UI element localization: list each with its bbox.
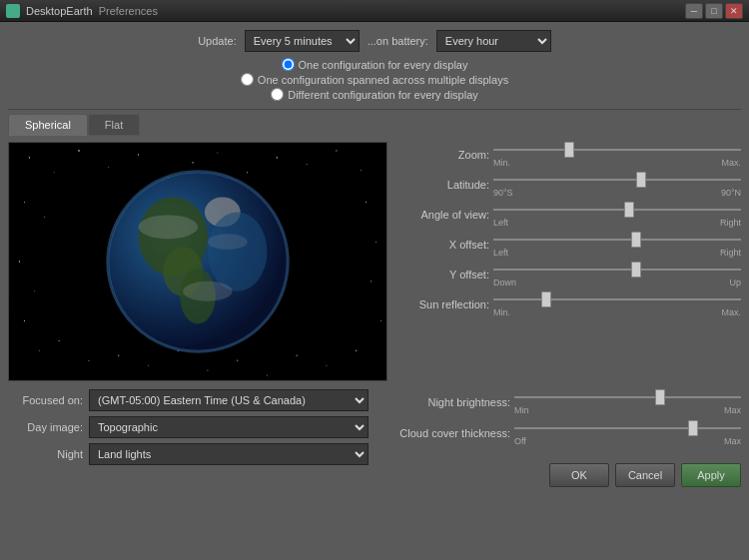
- apply-button[interactable]: Apply: [681, 463, 741, 487]
- svg-point-18: [24, 320, 25, 321]
- button-row: OK Cancel Apply: [380, 457, 741, 487]
- svg-point-16: [19, 261, 20, 262]
- day-image-row: Day image: Topographic Satellite Politic…: [8, 416, 369, 438]
- cloud-cover-slider[interactable]: [514, 420, 741, 436]
- yoffset-slider[interactable]: [493, 262, 741, 278]
- radio-one-config[interactable]: [282, 58, 295, 71]
- svg-point-34: [356, 350, 357, 351]
- zoom-slider[interactable]: [493, 142, 741, 158]
- svg-point-26: [118, 355, 119, 356]
- xoffset-label: X offset:: [399, 239, 489, 251]
- svg-point-17: [34, 290, 35, 291]
- night-row: Night Land lights None Dark: [8, 443, 369, 465]
- tabs: Spherical Flat: [8, 114, 741, 136]
- svg-point-12: [336, 150, 337, 151]
- battery-label: ...on battery:: [368, 35, 428, 47]
- zoom-slider-container: Min. Max.: [493, 142, 741, 168]
- latitude-row: Latitude: 90°S 90°N: [399, 172, 741, 198]
- radio-label-2: One configuration spanned across multipl…: [258, 74, 508, 86]
- latitude-slider[interactable]: [493, 172, 741, 188]
- svg-point-22: [371, 280, 372, 281]
- cloud-cover-row: Cloud cover thickness: Off Max: [380, 420, 741, 446]
- svg-point-25: [88, 360, 89, 361]
- svg-point-7: [192, 162, 193, 163]
- cancel-button[interactable]: Cancel: [615, 463, 675, 487]
- svg-point-8: [217, 152, 218, 153]
- maximize-button[interactable]: □: [705, 3, 723, 19]
- battery-dropdown[interactable]: Every hour Every 30 minutes Every 2 hour…: [436, 30, 551, 52]
- close-button[interactable]: ✕: [725, 3, 743, 19]
- bottom-left: Focused on: (GMT-05:00) Eastern Time (US…: [8, 389, 369, 487]
- svg-point-27: [148, 365, 149, 366]
- svg-point-15: [44, 217, 45, 218]
- tab-spherical[interactable]: Spherical: [8, 114, 88, 136]
- angle-slider[interactable]: [493, 202, 741, 218]
- svg-point-4: [108, 167, 109, 168]
- svg-point-20: [366, 202, 367, 203]
- sun-min-max: Min. Max.: [493, 307, 741, 317]
- night-dropdown[interactable]: Land lights None Dark: [89, 443, 369, 465]
- stars-svg: [9, 143, 386, 380]
- app-title: DesktopEarth: [26, 5, 93, 17]
- day-image-dropdown[interactable]: Topographic Satellite Political: [89, 416, 369, 438]
- svg-point-5: [138, 154, 139, 155]
- svg-point-24: [59, 340, 60, 341]
- svg-point-45: [109, 173, 288, 351]
- latitude-slider-container: 90°S 90°N: [493, 172, 741, 198]
- night-label: Night: [8, 448, 83, 460]
- radio-spanned[interactable]: [241, 73, 254, 86]
- tab-flat[interactable]: Flat: [88, 114, 140, 136]
- angle-slider-container: Left Right: [493, 202, 741, 228]
- svg-point-23: [380, 320, 381, 321]
- night-brightness-slider-container: Min Max: [514, 389, 741, 415]
- night-brightness-label: Night brightness:: [380, 396, 510, 408]
- yoffset-row: Y offset: Down Up: [399, 262, 741, 287]
- radio-row-3: Different configuration for every displa…: [271, 88, 478, 101]
- latitude-label: Latitude:: [399, 179, 489, 191]
- update-label: Update:: [198, 35, 237, 47]
- svg-point-33: [326, 365, 327, 366]
- svg-point-29: [207, 370, 208, 371]
- svg-point-19: [39, 350, 40, 351]
- title-bar: DesktopEarth Preferences ─ □ ✕: [0, 0, 749, 22]
- svg-point-30: [237, 359, 238, 360]
- radio-label-1: One configuration for every display: [299, 59, 468, 71]
- yoffset-label: Y offset:: [399, 269, 489, 280]
- xoffset-min-max: Left Right: [493, 248, 741, 258]
- focused-on-row: Focused on: (GMT-05:00) Eastern Time (US…: [8, 389, 369, 411]
- focused-on-label: Focused on:: [8, 394, 83, 406]
- radio-different[interactable]: [271, 88, 284, 101]
- radio-row-2: One configuration spanned across multipl…: [241, 73, 508, 86]
- space-background: [9, 143, 386, 380]
- cloud-cover-label: Cloud cover thickness:: [380, 427, 510, 439]
- svg-point-13: [361, 170, 362, 171]
- cloud-cover-slider-container: Off Max: [514, 420, 741, 446]
- ok-button[interactable]: OK: [549, 463, 609, 487]
- angle-row: Angle of view: Left Right: [399, 202, 741, 228]
- sun-slider[interactable]: [493, 291, 741, 307]
- title-bar-left: DesktopEarth Preferences: [6, 4, 158, 18]
- focused-on-dropdown[interactable]: (GMT-05:00) Eastern Time (US & Canada) (…: [89, 389, 369, 411]
- svg-point-9: [247, 172, 248, 173]
- sun-row: Sun reflection: Min. Max.: [399, 291, 741, 317]
- night-brightness-slider[interactable]: [514, 389, 741, 405]
- svg-point-11: [307, 164, 308, 165]
- yoffset-min-max: Down Up: [493, 278, 741, 287]
- zoom-label: Zoom:: [399, 149, 489, 161]
- bottom-right: Night brightness: Min Max Cloud cover th…: [380, 389, 741, 487]
- xoffset-slider[interactable]: [493, 232, 741, 248]
- zoom-min-max: Min. Max.: [493, 158, 741, 168]
- svg-point-10: [277, 157, 279, 159]
- bottom-section: Focused on: (GMT-05:00) Eastern Time (US…: [8, 389, 741, 487]
- svg-point-1: [29, 157, 30, 158]
- night-brightness-row: Night brightness: Min Max: [380, 389, 741, 415]
- update-dropdown[interactable]: Every 5 minutes Every 10 minutes Every 3…: [245, 30, 360, 52]
- xoffset-slider-container: Left Right: [493, 232, 741, 258]
- radio-section: One configuration for every display One …: [8, 58, 741, 101]
- title-bar-controls: ─ □ ✕: [685, 3, 743, 19]
- earth-preview: [8, 142, 387, 381]
- night-brightness-min-max: Min Max: [514, 405, 741, 415]
- radio-row-1: One configuration for every display: [282, 58, 468, 71]
- minimize-button[interactable]: ─: [685, 3, 703, 19]
- cloud-cover-min-max: Off Max: [514, 436, 741, 446]
